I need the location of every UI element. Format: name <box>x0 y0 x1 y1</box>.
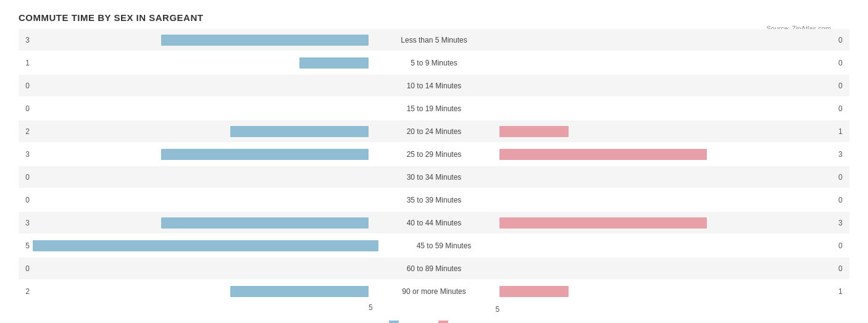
legend-female-label: Female <box>452 321 478 324</box>
female-value: 3 <box>838 219 849 227</box>
chart-row: 1 5 to 9 Minutes 0 <box>19 52 849 73</box>
row-label: 10 to 14 Minutes <box>372 82 496 90</box>
female-value: 0 <box>838 59 849 67</box>
female-value: 0 <box>838 82 849 90</box>
female-bar-wrap <box>499 103 835 114</box>
chart-row: 0 10 to 14 Minutes 0 <box>19 75 849 96</box>
male-bar-wrap <box>33 80 369 91</box>
female-bar-wrap <box>499 126 835 137</box>
male-value: 0 <box>19 264 30 273</box>
row-label: 15 to 19 Minutes <box>372 104 496 113</box>
chart-row: 3 25 to 29 Minutes 3 <box>19 143 849 165</box>
female-bar-wrap <box>509 240 835 251</box>
row-label: 35 to 39 Minutes <box>372 196 496 204</box>
male-value: 2 <box>19 287 30 296</box>
male-bar-wrap <box>33 172 369 183</box>
female-bar-wrap <box>499 217 835 229</box>
male-side: 0 <box>19 195 372 206</box>
chart-row: 2 90 or more Minutes 1 <box>19 280 849 302</box>
row-label: 25 to 29 Minutes <box>372 150 496 159</box>
female-value: 0 <box>838 104 849 113</box>
chart-row: 0 30 to 34 Minutes 0 <box>19 166 849 188</box>
male-bar-wrap <box>33 149 369 160</box>
female-value: 0 <box>838 36 849 44</box>
female-value: 1 <box>838 127 849 136</box>
female-bar-wrap <box>499 172 835 183</box>
male-bar-wrap <box>33 103 369 114</box>
chart-row: 3 40 to 44 Minutes 3 <box>19 212 849 233</box>
female-value: 0 <box>838 196 849 204</box>
female-bar-wrap <box>499 80 835 91</box>
female-side: 0 <box>496 195 849 206</box>
male-bar-wrap <box>33 126 369 137</box>
male-value: 0 <box>19 173 30 182</box>
row-label: 5 to 9 Minutes <box>372 59 496 67</box>
male-side: 2 <box>19 286 372 297</box>
chart-area: 3 Less than 5 Minutes 0 1 5 to 9 Minutes <box>19 29 849 323</box>
row-label: 30 to 34 Minutes <box>372 173 496 182</box>
row-label: Less than 5 Minutes <box>372 36 496 44</box>
male-side: 0 <box>19 80 372 91</box>
row-label: 45 to 59 Minutes <box>382 241 506 250</box>
female-side: 0 <box>496 172 849 183</box>
male-value: 2 <box>19 127 30 136</box>
male-bar-wrap <box>33 286 369 297</box>
female-bar-wrap <box>499 57 835 69</box>
legend: Male Female <box>19 321 849 323</box>
female-bar-wrap <box>499 263 835 274</box>
male-bar-wrap <box>33 195 369 206</box>
male-side: 3 <box>19 149 372 160</box>
row-label: 90 or more Minutes <box>372 287 496 296</box>
male-bar-wrap <box>33 263 369 274</box>
male-value: 5 <box>19 241 30 250</box>
female-side: 3 <box>496 217 849 229</box>
male-value: 0 <box>19 82 30 90</box>
legend-male: Male <box>389 321 420 323</box>
female-bar <box>499 217 707 229</box>
male-value: 0 <box>19 104 30 113</box>
male-value: 3 <box>19 150 30 159</box>
female-bar-wrap <box>499 286 835 297</box>
male-side: 0 <box>19 263 372 274</box>
male-side: 3 <box>19 217 372 229</box>
male-value: 0 <box>19 196 30 204</box>
male-value: 1 <box>19 59 30 67</box>
axis-right-label: 5 <box>495 305 499 314</box>
male-bar <box>230 126 369 137</box>
female-side: 0 <box>496 263 849 274</box>
male-side: 5 <box>19 240 382 251</box>
female-value: 0 <box>838 241 849 250</box>
row-label: 40 to 44 Minutes <box>372 219 496 227</box>
legend-male-label: Male <box>403 321 420 324</box>
male-side: 0 <box>19 172 372 183</box>
female-side: 3 <box>496 149 849 160</box>
female-side: 1 <box>496 126 849 137</box>
chart-row: 0 35 to 39 Minutes 0 <box>19 189 849 211</box>
male-side: 1 <box>19 57 372 69</box>
male-bar <box>33 240 378 251</box>
female-bar-wrap <box>499 149 835 160</box>
chart-row: 5 45 to 59 Minutes 0 <box>19 235 849 256</box>
chart-rows: 3 Less than 5 Minutes 0 1 5 to 9 Minutes <box>19 29 849 302</box>
chart-row: 3 Less than 5 Minutes 0 <box>19 29 849 51</box>
male-value: 3 <box>19 36 30 44</box>
chart-title: COMMUTE TIME BY SEX IN SARGEANT <box>19 12 849 23</box>
female-value: 0 <box>838 173 849 182</box>
female-bar <box>499 149 707 160</box>
female-side: 0 <box>496 103 849 114</box>
chart-row: 2 20 to 24 Minutes 1 <box>19 120 849 142</box>
legend-female-box <box>438 321 448 323</box>
female-side: 0 <box>496 57 849 69</box>
male-bar <box>161 217 369 229</box>
female-bar <box>499 126 569 137</box>
male-side: 0 <box>19 103 372 114</box>
male-bar <box>230 286 369 297</box>
axis-left-label: 5 <box>369 303 373 314</box>
legend-male-box <box>389 321 399 323</box>
female-side: 1 <box>496 286 849 297</box>
female-side: 0 <box>496 80 849 91</box>
male-bar-wrap <box>33 35 369 46</box>
male-side: 2 <box>19 126 372 137</box>
female-value: 1 <box>838 287 849 296</box>
male-bar <box>161 35 369 46</box>
